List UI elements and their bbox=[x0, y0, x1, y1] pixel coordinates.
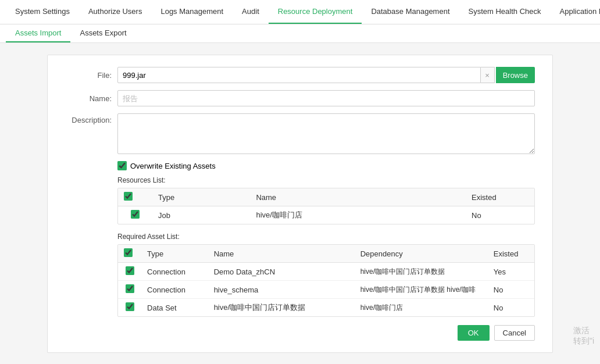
description-row: Description: bbox=[65, 113, 535, 154]
row-name: hive/咖啡门店 bbox=[250, 206, 466, 224]
row-existed: No bbox=[488, 281, 534, 299]
row-dependency: hive/咖啡中国门店订单数据 bbox=[355, 263, 488, 281]
row-checkbox-cell bbox=[118, 263, 141, 281]
nav-resource-deployment[interactable]: Resource Deployment bbox=[269, 0, 362, 24]
row-name: Demo Data_zhCN bbox=[208, 263, 355, 281]
required-asset-label: Required Asset List: bbox=[117, 233, 535, 241]
subnav-assets-import[interactable]: Assets Import bbox=[6, 24, 70, 42]
table-row: Data Set hive/咖啡中国门店订单数据 hive/咖啡门店 No bbox=[118, 299, 534, 317]
watermark: 激活转到"i bbox=[573, 326, 594, 347]
resources-header-type: Type bbox=[152, 188, 250, 206]
cancel-button[interactable]: Cancel bbox=[494, 325, 535, 341]
row-checkbox-cell bbox=[118, 206, 152, 224]
file-clear-button[interactable]: × bbox=[481, 67, 495, 83]
nav-audit[interactable]: Audit bbox=[233, 0, 269, 24]
description-label: Description: bbox=[65, 113, 117, 124]
row-checkbox[interactable] bbox=[126, 266, 134, 275]
row-name: hive_schema bbox=[208, 281, 355, 299]
row-type: Connection bbox=[141, 263, 208, 281]
resources-header-check bbox=[118, 188, 152, 206]
overwrite-checkbox[interactable] bbox=[117, 161, 127, 170]
file-row: File: × Browse bbox=[65, 67, 535, 83]
row-checkbox-cell bbox=[118, 281, 141, 299]
row-existed: No bbox=[488, 299, 534, 317]
required-header-name: Name bbox=[208, 245, 355, 263]
table-row: Job hive/咖啡门店 No bbox=[118, 206, 534, 224]
nav-database-management[interactable]: Database Management bbox=[362, 0, 459, 24]
row-name: hive/咖啡中国门店订单数据 bbox=[208, 299, 355, 317]
name-row: Name: bbox=[65, 90, 535, 106]
nav-system-settings[interactable]: System Settings bbox=[6, 0, 79, 24]
main-content: File: × Browse Name: Description: Overwr… bbox=[0, 43, 600, 364]
resources-list-label: Resources List: bbox=[117, 176, 535, 184]
table-row: Connection hive_schema hive/咖啡中国门店订单数据 h… bbox=[118, 281, 534, 299]
bottom-buttons: OK Cancel bbox=[65, 325, 535, 341]
required-header-check bbox=[118, 245, 141, 263]
browse-button[interactable]: Browse bbox=[496, 67, 535, 83]
file-label: File: bbox=[65, 71, 117, 80]
name-label: Name: bbox=[65, 94, 117, 103]
resources-table: Type Name Existed Job hive/咖啡门店 No bbox=[117, 188, 535, 224]
overwrite-label: Overwrite Existing Assets bbox=[130, 162, 216, 170]
file-input[interactable] bbox=[117, 67, 481, 83]
row-type: Job bbox=[152, 206, 250, 224]
nav-authorize-users[interactable]: Authorize Users bbox=[79, 0, 151, 24]
row-checkbox-cell bbox=[118, 299, 141, 317]
required-header-type: Type bbox=[141, 245, 208, 263]
row-existed: No bbox=[466, 206, 534, 224]
nav-system-health-check[interactable]: System Health Check bbox=[459, 0, 551, 24]
required-header-dep: Dependency bbox=[355, 245, 488, 263]
top-navigation: System Settings Authorize Users Logs Man… bbox=[0, 0, 600, 24]
form-card: File: × Browse Name: Description: Overwr… bbox=[47, 55, 553, 353]
resources-all-checkbox[interactable] bbox=[124, 192, 133, 201]
row-dependency: hive/咖啡中国门店订单数据 hive/咖啡 bbox=[355, 281, 488, 299]
row-checkbox[interactable] bbox=[126, 302, 134, 311]
file-input-wrap: × Browse bbox=[117, 67, 535, 83]
nav-logs-management[interactable]: Logs Management bbox=[151, 0, 233, 24]
table-row: Connection Demo Data_zhCN hive/咖啡中国门店订单数… bbox=[118, 263, 534, 281]
row-checkbox[interactable] bbox=[126, 284, 134, 293]
resources-header-name: Name bbox=[250, 188, 466, 206]
sub-navigation: Assets Import Assets Export bbox=[0, 24, 600, 43]
row-checkbox[interactable] bbox=[131, 210, 140, 219]
overwrite-row: Overwrite Existing Assets bbox=[117, 161, 535, 170]
row-type: Data Set bbox=[141, 299, 208, 317]
resources-header-existed: Existed bbox=[466, 188, 534, 206]
row-existed: Yes bbox=[488, 263, 534, 281]
description-input[interactable] bbox=[117, 113, 535, 154]
ok-button[interactable]: OK bbox=[458, 325, 490, 341]
subnav-assets-export[interactable]: Assets Export bbox=[70, 24, 135, 42]
row-dependency: hive/咖啡门店 bbox=[355, 299, 488, 317]
row-type: Connection bbox=[141, 281, 208, 299]
required-asset-table: Type Name Dependency Existed Connection … bbox=[117, 244, 535, 317]
required-header-existed: Existed bbox=[488, 245, 534, 263]
nav-application-management[interactable]: Application Management bbox=[551, 0, 600, 24]
required-all-checkbox[interactable] bbox=[124, 248, 133, 257]
name-input[interactable] bbox=[117, 90, 535, 106]
